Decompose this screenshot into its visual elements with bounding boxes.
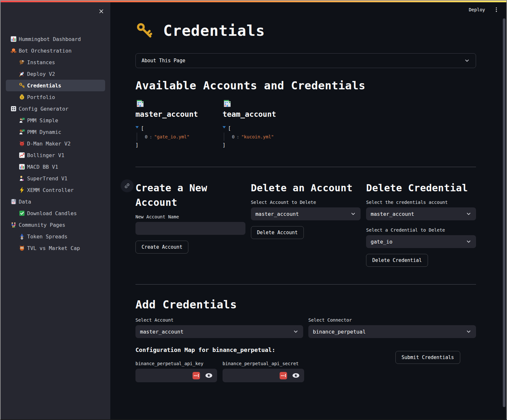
sidebar-item-label: PMM Dynamic — [27, 129, 61, 135]
sidebar-item-community-pages[interactable]: Community Pages — [6, 219, 105, 231]
imp-icon — [19, 140, 25, 147]
sidebar-item-xemm-controller[interactable]: XEMM Controller — [6, 184, 105, 196]
sidebar-item-portfolio[interactable]: $Portfolio — [6, 91, 105, 103]
credentials-account-select[interactable]: master_account — [366, 207, 476, 220]
collapse-triangle-icon[interactable] — [135, 126, 139, 128]
select-account-label: Select Account — [135, 317, 303, 323]
divider — [135, 284, 476, 285]
delete-account-select-label: Select Account to Delete — [251, 200, 361, 205]
octopus-icon — [10, 47, 17, 54]
sidebar-item-config-generator[interactable]: Config Generator — [6, 103, 105, 115]
deploy-button[interactable]: Deploy — [469, 7, 485, 12]
man-teacher-icon — [19, 117, 25, 124]
submit-column: Submit Credentials — [309, 338, 476, 382]
woman-teacher-icon — [19, 129, 25, 135]
json-colon: : — [147, 134, 154, 139]
decoration-gradient-bar — [1, 1, 506, 2]
chevron-down-icon — [466, 211, 472, 217]
chevron-down-icon — [466, 329, 472, 335]
sidebar-item-bollinger-v1[interactable]: Bollinger V1 — [6, 149, 105, 161]
collapse-triangle-icon[interactable] — [223, 126, 226, 128]
add-credentials-heading: Add Credentials — [135, 298, 476, 311]
sidebar-item-credentials[interactable]: Credentials — [6, 80, 105, 91]
delete-account-heading: Delete an Account — [251, 181, 361, 195]
sidebar-item-label: MACD BB V1 — [27, 164, 58, 170]
sidebar-item-label: PMM Simple — [27, 117, 58, 124]
new-account-name-label: New Account Name — [135, 214, 245, 219]
show-password-eye-icon[interactable] — [205, 373, 213, 378]
credential-select[interactable]: gate_io — [366, 235, 476, 248]
floppy-icon — [10, 198, 17, 205]
sidebar-item-label: Instances — [27, 59, 55, 65]
sidebar-item-data[interactable]: Data — [6, 196, 105, 207]
submit-credentials-button[interactable]: Submit Credentials — [395, 351, 460, 364]
sidebar-item-label: Data — [19, 199, 31, 205]
sidebar-item-pmm-dynamic[interactable]: PMM Dynamic — [6, 126, 105, 138]
bank-icon — [135, 98, 145, 108]
password-input-field[interactable] — [227, 373, 280, 378]
delete-account-select[interactable]: master_account — [251, 207, 361, 220]
sidebar-item-label: Bot Orchestration — [19, 48, 72, 54]
password-manager-icon[interactable] — [193, 372, 200, 379]
sidebar-item-instances[interactable]: Instances — [6, 56, 105, 68]
sidebar-item-tvl-vs-market-cap[interactable]: TVL vs Market Cap — [6, 242, 105, 254]
json-close-bracket: ] — [223, 141, 304, 149]
json-open-bracket: [ — [141, 124, 144, 133]
sidebar-item-deploy-v2[interactable]: Deploy V2 — [6, 68, 105, 80]
sidebar-item-label: Community Pages — [19, 222, 65, 228]
delete-account-column: Delete an Account Select Account to Dele… — [251, 181, 361, 267]
sidebar-close-button[interactable] — [97, 7, 106, 16]
password-input[interactable] — [135, 369, 217, 382]
main-area: Deploy Credentials About This Page Avail… — [110, 2, 506, 419]
delete-credential-button[interactable]: Delete Credential — [366, 254, 428, 267]
control-knobs-icon — [10, 105, 17, 112]
bar-chart-icon — [19, 164, 25, 170]
vertical-scrollbar[interactable] — [503, 18, 505, 407]
password-input[interactable] — [223, 369, 304, 382]
sidebar-item-label: TVL vs Market Cap — [27, 245, 80, 251]
sidebar-item-token-spreads[interactable]: Token Spreads — [6, 231, 105, 242]
overflow-menu-icon[interactable] — [493, 6, 499, 13]
sidebar-item-label: XEMM Controller — [27, 187, 74, 193]
password-manager-icon[interactable] — [280, 372, 287, 379]
owl-icon — [19, 245, 25, 251]
config-map-column: Configuration Map for binance_perpetual:… — [135, 338, 304, 382]
sidebar-item-bot-orchestration[interactable]: Bot Orchestration — [6, 45, 105, 56]
json-string-value: "kucoin.yml" — [241, 134, 274, 139]
sidebar-item-label: D-Man Maker V2 — [27, 141, 71, 147]
man-scientist-icon — [19, 175, 25, 182]
credential-select-value: gate_io — [371, 239, 466, 245]
create-account-button[interactable]: Create Account — [135, 241, 188, 254]
account-name: master_account — [135, 110, 217, 118]
sidebar-item-hummingbot-dashboard[interactable]: Hummingbot Dashboard — [6, 33, 105, 45]
divider — [135, 167, 476, 167]
config-map-row: Configuration Map for binance_perpetual:… — [135, 338, 476, 382]
anchor-link-button[interactable] — [121, 179, 134, 192]
add-credentials-account-select[interactable]: master_account — [135, 325, 303, 338]
sidebar-item-label: Credentials — [27, 83, 61, 89]
credential-field-label: binance_perpetual_api_secret — [223, 361, 304, 366]
sidebar-item-macd-bb-v1[interactable]: MACD BB V1 — [6, 161, 105, 173]
sidebar-item-download-candles[interactable]: Download Candles — [6, 207, 105, 219]
password-input-field[interactable] — [140, 373, 193, 378]
sidebar-item-d-man-maker-v2[interactable]: D-Man Maker V2 — [6, 138, 105, 149]
select-account-column: Select Account master_account — [135, 317, 303, 338]
money-bag-icon: $ — [19, 94, 25, 100]
family-icon — [10, 222, 17, 228]
delete-account-button[interactable]: Delete Account — [251, 226, 304, 239]
svg-text:$: $ — [21, 96, 23, 99]
about-this-page-expander[interactable]: About This Page — [135, 53, 476, 68]
page-title: Credentials — [163, 22, 265, 39]
bar-chart-icon — [10, 36, 17, 42]
account-management-row: Create a New Account New Account Name Cr… — [135, 181, 476, 267]
credential-field-binance_perpetual_api_secret: binance_perpetual_api_secret — [223, 361, 304, 382]
json-close-bracket: ] — [135, 141, 217, 149]
bank-icon — [223, 98, 232, 108]
connector-select[interactable]: binance_perpetual — [308, 325, 476, 338]
show-password-eye-icon[interactable] — [292, 373, 300, 378]
account-name: team_account — [223, 110, 304, 118]
sidebar-item-supertrend-v1[interactable]: SuperTrend V1 — [6, 173, 105, 184]
sidebar-item-pmm-simple[interactable]: PMM Simple — [6, 115, 105, 126]
new-account-name-input[interactable] — [135, 222, 245, 235]
json-string-value: "gate_io.yml" — [154, 134, 190, 139]
